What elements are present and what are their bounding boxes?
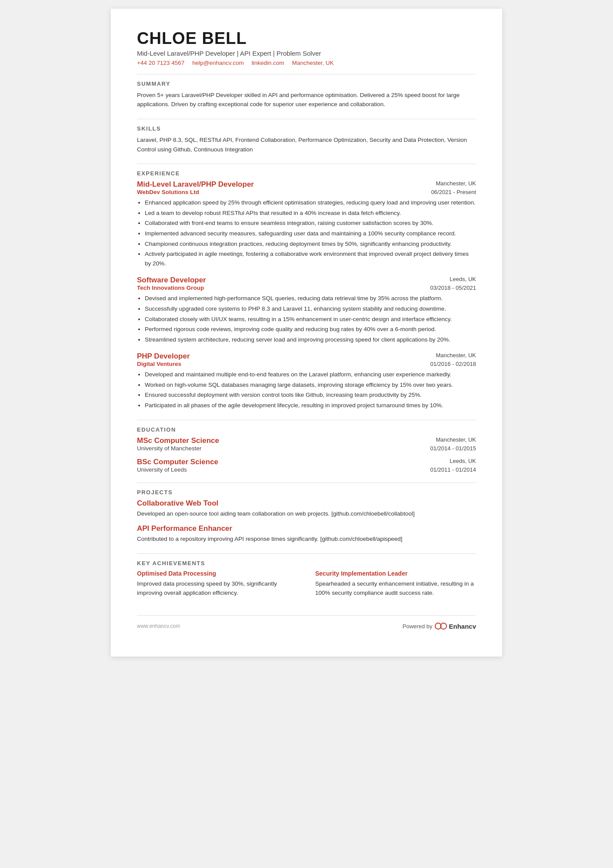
job-company-2: Tech Innovations Group — [137, 285, 204, 291]
achievements-grid: Optimised Data Processing Improved data … — [137, 570, 476, 598]
job-location-1: Manchester, UK — [436, 180, 476, 187]
job-location-3: Manchester, UK — [436, 352, 476, 359]
brand-name: Enhancv — [449, 623, 476, 630]
job-company-1: WebDev Solutions Ltd — [137, 189, 199, 195]
experience-title: EXPERIENCE — [137, 170, 476, 177]
job-header-3: PHP Developer Manchester, UK — [137, 352, 476, 361]
bullet: Collaborated closely with UI/UX teams, r… — [145, 315, 476, 324]
job-date-2: 03/2018 - 05/2021 — [430, 285, 476, 291]
bullet: Enhanced application speed by 25% throug… — [145, 198, 476, 208]
job-date-3: 01/2016 - 02/2018 — [430, 361, 476, 367]
job-title-1: Mid-Level Laravel/PHP Developer — [137, 180, 254, 189]
education-divider — [137, 420, 476, 420]
bullet: Worked on high-volume SQL databases mana… — [145, 380, 476, 390]
job-location-2: Leeds, UK — [450, 276, 476, 282]
achievement-1: Optimised Data Processing Improved data … — [137, 570, 298, 598]
job-company-3: Digital Ventures — [137, 361, 181, 367]
job-bullets-1: Enhanced application speed by 25% throug… — [145, 198, 476, 268]
edu-school-row-1: University of Manchester 01/2014 - 01/20… — [137, 445, 476, 452]
job-title-3: PHP Developer — [137, 352, 190, 361]
bullet: Actively participated in agile meetings,… — [145, 249, 476, 268]
bullet: Ensured successful deployment with versi… — [145, 390, 476, 400]
edu-date-1: 01/2014 - 01/2015 — [430, 445, 476, 452]
bullet: Performed rigorous code reviews, improvi… — [145, 325, 476, 334]
edu-entry-2: BSc Computer Science Leeds, UK Universit… — [137, 458, 476, 473]
edu-degree-1: MSc Computer Science — [137, 436, 219, 445]
edu-school-1: University of Manchester — [137, 445, 202, 452]
job-entry-3: PHP Developer Manchester, UK Digital Ven… — [137, 352, 476, 410]
achievement-desc-1: Improved data processing speed by 30%, s… — [137, 579, 298, 598]
summary-text: Proven 5+ years Laravel/PHP Developer sk… — [137, 90, 476, 109]
skills-title: SKILLS — [137, 125, 476, 132]
contact-info: +44 20 7123 4567 help@enhancv.com linked… — [137, 60, 476, 66]
achievements-section: KEY ACHIEVEMENTS Optimised Data Processi… — [137, 560, 476, 598]
job-bullets-3: Developed and maintained multiple end-to… — [145, 370, 476, 410]
edu-header-2: BSc Computer Science Leeds, UK — [137, 458, 476, 466]
project-entry-2: API Performance Enhancer Contributed to … — [137, 524, 476, 544]
job-header-2: Software Developer Leeds, UK — [137, 276, 476, 285]
enhancv-logo-icon — [435, 622, 447, 630]
skills-divider — [137, 119, 476, 119]
achievements-title: KEY ACHIEVEMENTS — [137, 560, 476, 566]
edu-entry-1: MSc Computer Science Manchester, UK Univ… — [137, 436, 476, 452]
project-desc-2: Contributed to a repository improving AP… — [137, 534, 476, 544]
project-title-1: Collaborative Web Tool — [137, 499, 476, 508]
education-title: EDUCATION — [137, 426, 476, 433]
achievements-divider — [137, 553, 476, 554]
job-entry-1: Mid-Level Laravel/PHP Developer Manchest… — [137, 180, 476, 268]
experience-section: EXPERIENCE Mid-Level Laravel/PHP Develop… — [137, 170, 476, 410]
projects-section: PROJECTS Collaborative Web Tool Develope… — [137, 489, 476, 544]
summary-title: SUMMARY — [137, 80, 476, 87]
bullet: Championed continuous integration practi… — [145, 239, 476, 249]
education-section: EDUCATION MSc Computer Science Mancheste… — [137, 426, 476, 473]
bullet: Implemented advanced security measures, … — [145, 229, 476, 238]
linkedin[interactable]: linkedin.com — [252, 60, 284, 66]
project-entry-1: Collaborative Web Tool Developed an open… — [137, 499, 476, 519]
candidate-name: CHLOE BELL — [137, 30, 476, 48]
edu-school-row-2: University of Leeds 01/2011 - 01/2014 — [137, 466, 476, 473]
achievement-title-2: Security Implementation Leader — [315, 570, 476, 577]
phone: +44 20 7123 4567 — [137, 60, 184, 66]
powered-by-label: Powered by — [403, 623, 433, 630]
bullet: Developed and maintained multiple end-to… — [145, 370, 476, 379]
job-meta-3: Digital Ventures 01/2016 - 02/2018 — [137, 361, 476, 367]
skills-section: SKILLS Laravel, PHP 8.3, SQL, RESTful AP… — [137, 125, 476, 154]
achievement-title-1: Optimised Data Processing — [137, 570, 298, 577]
job-meta-1: WebDev Solutions Ltd 06/2021 - Present — [137, 189, 476, 195]
bullet: Led a team to develop robust RESTful API… — [145, 208, 476, 218]
edu-location-1: Manchester, UK — [436, 436, 476, 445]
edu-school-2: University of Leeds — [137, 466, 187, 473]
job-meta-2: Tech Innovations Group 03/2018 - 05/2021 — [137, 285, 476, 291]
skills-text: Laravel, PHP 8.3, SQL, RESTful API, Fron… — [137, 135, 476, 154]
projects-divider — [137, 483, 476, 483]
email[interactable]: help@enhancv.com — [192, 60, 244, 66]
enhancv-logo: Enhancv — [435, 622, 476, 630]
footer: www.enhancv.com Powered by Enhancv — [137, 615, 476, 630]
experience-divider — [137, 164, 476, 164]
header-divider — [137, 74, 476, 74]
bullet: Devised and implemented high-performance… — [145, 294, 476, 303]
bullet: Collaborated with front-end teams to ens… — [145, 218, 476, 228]
edu-location-2: Leeds, UK — [450, 458, 476, 466]
bullet: Participated in all phases of the agile … — [145, 401, 476, 410]
project-title-2: API Performance Enhancer — [137, 524, 476, 533]
achievement-desc-2: Spearheaded a security enhancement initi… — [315, 579, 476, 598]
bullet: Successfully upgraded core systems to PH… — [145, 304, 476, 314]
project-desc-1: Developed an open-source tool aiding tea… — [137, 509, 476, 519]
edu-degree-2: BSc Computer Science — [137, 458, 218, 466]
footer-website: www.enhancv.com — [137, 623, 180, 629]
resume-page: CHLOE BELL Mid-Level Laravel/PHP Develop… — [111, 9, 502, 657]
projects-title: PROJECTS — [137, 489, 476, 496]
header: CHLOE BELL Mid-Level Laravel/PHP Develop… — [137, 30, 476, 66]
job-header-1: Mid-Level Laravel/PHP Developer Manchest… — [137, 180, 476, 189]
achievement-2: Security Implementation Leader Spearhead… — [315, 570, 476, 598]
location: Manchester, UK — [292, 60, 334, 66]
footer-brand: Powered by Enhancv — [403, 622, 476, 630]
bullet: Streamlined system architecture, reducin… — [145, 335, 476, 345]
edu-header-1: MSc Computer Science Manchester, UK — [137, 436, 476, 445]
job-entry-2: Software Developer Leeds, UK Tech Innova… — [137, 276, 476, 344]
job-date-1: 06/2021 - Present — [431, 189, 476, 195]
edu-date-2: 01/2011 - 01/2014 — [430, 466, 476, 473]
job-bullets-2: Devised and implemented high-performance… — [145, 294, 476, 344]
job-title-2: Software Developer — [137, 276, 206, 285]
